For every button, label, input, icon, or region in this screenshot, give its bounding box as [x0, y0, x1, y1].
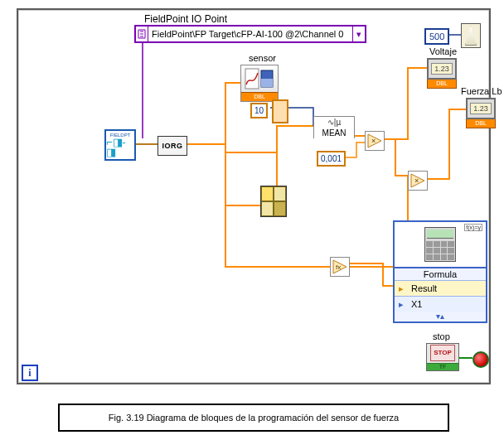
stop-button-face: STOP [430, 345, 455, 361]
tf-type-tag: TF [427, 363, 458, 370]
fieldpoint-glasses-icon: ⌐◨-◨ [106, 138, 134, 157]
loop-iteration-terminal: i [22, 365, 38, 381]
io-path-text: FieldPoint\FP Target\cFP-AI-100 @2\Chann… [148, 29, 352, 39]
dbl-type-tag: DBL [466, 119, 496, 128]
fuerza-label: Fuerza Lb [461, 86, 502, 96]
fuerza-value: 1.23 [470, 103, 492, 114]
while-loop-frame: FieldPoint IO Point FieldPoint\FP Target… [17, 8, 491, 384]
calculator-icon [424, 227, 456, 262]
scale-constant[interactable]: 0,001 [317, 151, 346, 167]
formula-result-label: Result [408, 281, 486, 296]
formula-expand-chevron-icon[interactable]: ▾▴ [395, 312, 486, 321]
mean-label-row: MEAN [313, 128, 355, 138]
formula-fxy-tag: f(x)=y [464, 224, 482, 231]
mean-function: ∿|µ MEAN [313, 116, 355, 138]
figure-caption-text: Fig. 3.19 Diagrama de bloques de la prog… [109, 413, 399, 423]
mean-glyph-row: ∿|µ [313, 116, 355, 128]
compute-node-lower: fx [330, 257, 350, 277]
loop-conditional-terminal [472, 351, 489, 368]
dbl-type-tag: DBL [427, 80, 457, 89]
labview-block-diagram: FieldPoint IO Point FieldPoint\FP Target… [0, 0, 504, 435]
voltaje-indicator-terminal: 1.23 DBL [427, 58, 457, 89]
wait-ms-metronome-icon [461, 23, 481, 48]
sensor-waveform-chart-terminal: DBL [240, 65, 279, 102]
fieldpoint-io-path-control[interactable]: FieldPoint\FP Target\cFP-AI-100 @2\Chann… [134, 25, 366, 43]
sensor-label: sensor [249, 53, 276, 63]
formula-title: Formula [395, 268, 486, 280]
stop-label: stop [433, 331, 450, 341]
bundle-node [260, 186, 287, 217]
fieldpoint-read-node: IORG [158, 136, 187, 156]
stop-button-terminal[interactable]: STOP TF [426, 343, 459, 371]
fuerza-indicator-terminal: 1.23 DBL [466, 98, 496, 128]
svg-text:×: × [371, 137, 376, 145]
fieldpoint-io-point-label: FieldPoint IO Point [144, 13, 227, 25]
array-index-terminal [272, 99, 288, 123]
io-path-handle-icon [136, 27, 148, 41]
formula-x1-label: X1 [408, 297, 486, 312]
svg-text:fx: fx [336, 263, 341, 271]
io-path-dropdown-icon[interactable]: ▾ [352, 27, 365, 41]
formula-express-vi[interactable]: f(x)=y Formula ▸ Result ▸ X1 ▾▴ [393, 220, 487, 323]
fieldpoint-refnum-terminal: FIELDPT ⌐◨-◨ [104, 129, 136, 161]
svg-rect-2 [261, 79, 273, 87]
multiply-node-2: × [408, 171, 428, 191]
multiply-node-1: × [365, 131, 385, 151]
buffer-size-constant[interactable]: 10 [250, 103, 268, 118]
result-out-arrow-icon: ▸ [395, 281, 408, 296]
svg-text:×: × [414, 176, 419, 185]
figure-caption: Fig. 3.19 Diagrama de bloques de la prog… [58, 404, 449, 432]
svg-rect-0 [245, 69, 259, 89]
voltaje-label: Voltaje [429, 46, 457, 56]
voltaje-value: 1.23 [431, 63, 453, 75]
loop-period-constant[interactable]: 500 [424, 28, 449, 45]
x1-in-arrow-icon: ▸ [395, 297, 408, 312]
